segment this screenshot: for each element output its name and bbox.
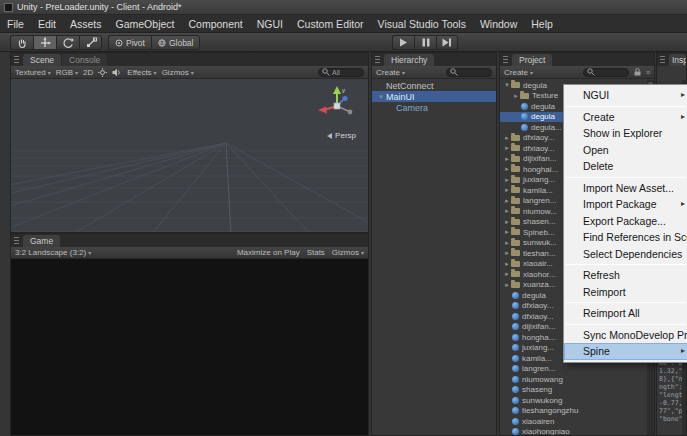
perspective-mode-label[interactable]: Persp <box>327 131 356 140</box>
disclosure-triangle-icon[interactable]: ► <box>503 282 511 288</box>
project-create-dropdown[interactable]: Create ▾ <box>504 68 533 77</box>
project-item-langren[interactable]: langren... <box>500 364 647 375</box>
hierarchy-search-input[interactable] <box>446 68 492 77</box>
context-menu-item-create[interactable]: Create▸ <box>564 109 687 126</box>
disclosure-triangle-icon[interactable]: ► <box>503 156 511 162</box>
context-menu-item-reimport[interactable]: Reimport <box>564 284 687 301</box>
menu-item-custom-editor[interactable]: Custom Editor <box>290 15 371 33</box>
disclosure-triangle-icon[interactable]: ► <box>503 229 511 235</box>
tab-project[interactable]: Project <box>512 54 552 66</box>
pivot-toggle-button[interactable]: Pivot <box>108 35 151 50</box>
scale-tool-button[interactable] <box>79 35 102 50</box>
hierarchy-item-camera[interactable]: Camera <box>372 102 496 113</box>
game-gizmos-dropdown[interactable]: Gizmos ▾ <box>332 248 364 257</box>
disclosure-triangle-icon[interactable]: ► <box>503 177 511 183</box>
render-mode-dropdown[interactable]: RGB ▾ <box>56 68 78 77</box>
play-button[interactable] <box>392 35 414 50</box>
context-menu-item-select-dependencies[interactable]: Select Dependencies <box>564 246 687 263</box>
context-menu-item-refresh[interactable]: Refresh <box>564 267 687 284</box>
axis-negative-cap-icon <box>348 110 353 115</box>
context-menu-item-import-package[interactable]: Import Package▸ <box>564 196 687 213</box>
project-item-xiaohongniao[interactable]: xiaohongniao <box>500 427 647 436</box>
panel-menu-icon[interactable]: ≡ <box>646 69 650 76</box>
scene-lighting-toggle[interactable] <box>98 68 107 77</box>
hand-tool-button[interactable] <box>10 35 33 50</box>
game-viewport[interactable] <box>11 259 368 435</box>
project-search-input[interactable] <box>583 68 629 77</box>
context-menu-item-delete[interactable]: Delete <box>564 158 687 175</box>
menu-item-edit[interactable]: Edit <box>31 15 63 33</box>
axis-x-cone-icon[interactable] <box>318 107 327 114</box>
disclosure-triangle-icon[interactable]: ► <box>503 135 511 141</box>
scene-gizmos-dropdown[interactable]: Gizmos ▾ <box>162 68 194 77</box>
disclosure-triangle-icon[interactable]: ► <box>503 219 511 225</box>
step-button[interactable] <box>436 35 458 50</box>
aspect-ratio-dropdown[interactable]: 3:2 Landscape (3:2) ▾ <box>15 248 91 257</box>
2d-toggle-button[interactable]: 2D <box>83 68 93 77</box>
project-item-tieshangongzhu[interactable]: tieshangongzhu <box>500 406 647 417</box>
disclosure-triangle-icon[interactable]: ► <box>503 250 511 256</box>
menu-item-ngui[interactable]: NGUI <box>250 15 290 33</box>
context-menu-item-import-new-asset[interactable]: Import New Asset... <box>564 180 687 197</box>
context-menu-item-find-references-in-scene[interactable]: Find References in Scene <box>564 229 687 246</box>
menu-item-gameobject[interactable]: GameObject <box>109 15 182 33</box>
menu-item-file[interactable]: File <box>0 15 31 33</box>
move-tool-button[interactable] <box>33 35 56 50</box>
project-item-sunwukong[interactable]: sunwukong <box>500 395 647 406</box>
hierarchy-create-dropdown[interactable]: Create ▾ <box>376 68 405 77</box>
context-menu-item-open[interactable]: Open <box>564 142 687 159</box>
context-menu-item-export-package[interactable]: Export Package... <box>564 213 687 230</box>
disclosure-triangle-icon[interactable]: ► <box>503 271 511 277</box>
axis-center-cube-icon[interactable] <box>334 103 340 109</box>
shading-mode-dropdown[interactable]: Textured ▾ <box>15 68 51 77</box>
global-toggle-button[interactable]: Global <box>151 35 201 50</box>
expanded-triangle-icon[interactable]: ▼ <box>376 94 386 100</box>
panel-lock-button[interactable] <box>634 68 641 76</box>
tab-game[interactable]: Game <box>23 235 60 247</box>
tab-hierarchy[interactable]: Hierarchy <box>384 54 434 66</box>
context-menu-item-reimport-all[interactable]: Reimport All <box>564 305 687 322</box>
context-menu-item-ngui[interactable]: NGUI▸ <box>564 87 687 104</box>
expanded-triangle-icon[interactable]: ▼ <box>503 82 511 88</box>
disclosure-triangle-icon[interactable]: ► <box>503 187 511 193</box>
disclosure-triangle-icon[interactable]: ► <box>512 93 520 99</box>
tab-console[interactable]: Console <box>62 54 107 66</box>
menu-item-component[interactable]: Component <box>181 15 249 33</box>
scene-orientation-gizmo[interactable]: y <box>314 83 360 129</box>
project-item-niumowang[interactable]: niumowang <box>500 374 647 385</box>
disclosure-triangle-icon[interactable]: ► <box>503 145 511 151</box>
scene-viewport[interactable]: y Persp <box>11 79 368 232</box>
tab-scene[interactable]: Scene <box>23 54 61 66</box>
stats-button[interactable]: Stats <box>307 248 325 257</box>
menu-separator <box>566 177 686 178</box>
menu-item-visual-studio-tools[interactable]: Visual Studio Tools <box>371 15 473 33</box>
menu-item-help[interactable]: Help <box>524 15 560 33</box>
context-menu-item-show-in-explorer[interactable]: Show in Explorer <box>564 125 687 142</box>
project-item-label: kamila... <box>523 186 553 195</box>
maximize-on-play-button[interactable]: Maximize on Play <box>237 248 300 257</box>
scene-audio-toggle[interactable] <box>112 68 122 77</box>
disclosure-triangle-icon[interactable]: ► <box>503 208 511 214</box>
axis-y-cone-icon[interactable] <box>333 86 341 94</box>
title-bar[interactable]: Unity - PreLoader.unity - Client - Andro… <box>0 0 687 15</box>
context-menu-item-spine[interactable]: Spine▸ <box>564 343 687 360</box>
scene-tab-strip: Scene Console <box>11 53 368 66</box>
disclosure-triangle-icon[interactable]: ► <box>503 240 511 246</box>
pause-button[interactable] <box>414 35 436 50</box>
menu-item-assets[interactable]: Assets <box>63 15 109 33</box>
hierarchy-item-mainui[interactable]: ▼MainUI <box>372 91 496 102</box>
project-create-label: Create <box>504 68 528 77</box>
rotate-tool-button[interactable] <box>56 35 79 50</box>
project-item-shaseng[interactable]: shaseng <box>500 385 647 396</box>
effects-dropdown[interactable]: Effects ▾ <box>127 68 156 77</box>
axis-z-cap-icon[interactable] <box>342 96 347 101</box>
disclosure-triangle-icon[interactable]: ► <box>503 166 511 172</box>
context-menu-item-sync-monodevelop-project[interactable]: Sync MonoDevelop Project <box>564 327 687 344</box>
hierarchy-item-netconnect[interactable]: NetConnect <box>372 80 496 91</box>
disclosure-triangle-icon[interactable]: ► <box>503 261 511 267</box>
project-item-xiaoairen[interactable]: xiaoairen <box>500 416 647 427</box>
menu-item-window[interactable]: Window <box>473 15 524 33</box>
tab-inspector[interactable]: Inspec <box>669 54 686 66</box>
scene-search-input[interactable]: All <box>318 68 364 77</box>
disclosure-triangle-icon[interactable]: ► <box>503 198 511 204</box>
